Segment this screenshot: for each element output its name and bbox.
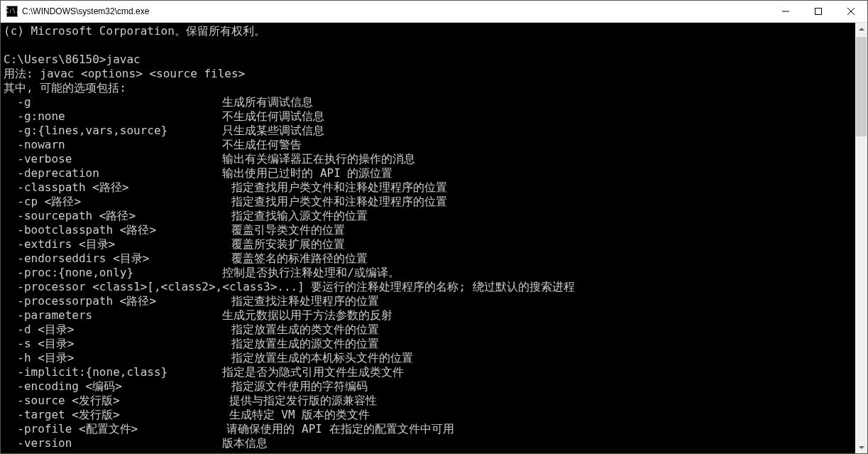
maximize-icon xyxy=(815,8,822,15)
minimize-button[interactable] xyxy=(769,1,802,22)
scroll-up-button[interactable] xyxy=(855,23,867,35)
window-title: C:\WINDOWS\system32\cmd.exe xyxy=(22,6,769,16)
svg-marker-5 xyxy=(859,446,864,449)
close-icon xyxy=(847,8,855,15)
minimize-icon xyxy=(782,8,789,15)
chevron-up-icon xyxy=(859,26,864,32)
svg-marker-4 xyxy=(859,28,864,31)
chevron-down-icon xyxy=(859,445,864,450)
scrollbar-track[interactable] xyxy=(855,35,867,441)
scroll-down-button[interactable] xyxy=(855,441,867,453)
cmd-window: C:\. C:\WINDOWS\system32\cmd.exe (c) Mic… xyxy=(0,0,868,454)
cmd-icon: C:\. xyxy=(6,6,18,17)
vertical-scrollbar[interactable] xyxy=(855,23,867,453)
maximize-button[interactable] xyxy=(802,1,835,22)
titlebar[interactable]: C:\. C:\WINDOWS\system32\cmd.exe xyxy=(1,1,867,23)
terminal-output[interactable]: (c) Microsoft Corporation。保留所有权利。 C:\Use… xyxy=(1,23,855,453)
scrollbar-thumb[interactable] xyxy=(856,37,867,136)
terminal-area: (c) Microsoft Corporation。保留所有权利。 C:\Use… xyxy=(1,23,867,453)
window-controls xyxy=(769,1,867,22)
close-button[interactable] xyxy=(835,1,867,22)
svg-rect-1 xyxy=(815,9,822,15)
